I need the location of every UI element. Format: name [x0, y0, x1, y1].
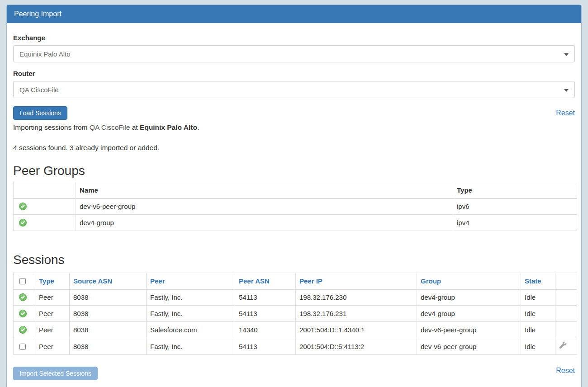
session-peer-asn: 54113 — [235, 338, 296, 355]
importing-status-line: Importing sessions from QA CiscoFile at … — [13, 123, 575, 132]
reset-link-top[interactable]: Reset — [556, 109, 575, 117]
session-source-asn: 8038 — [70, 306, 147, 322]
peer-group-name: dev4-group — [76, 215, 453, 231]
imported-check-icon — [19, 326, 27, 334]
session-peer: Fastly, Inc. — [147, 306, 235, 322]
session-peer-ip: 2001:504:D::5:4113:2 — [296, 338, 417, 355]
router-select-value: QA CiscoFile — [19, 86, 59, 94]
import-selected-button[interactable]: Import Selected Sessions — [13, 367, 98, 380]
peering-import-panel: Peering Import Exchange Equinix Palo Alt… — [6, 5, 582, 387]
sessions-peer-asn-header[interactable]: Peer ASN — [235, 273, 296, 289]
wrench-icon[interactable] — [559, 342, 567, 349]
import-actions-row: Import Selected Sessions Reset — [13, 367, 575, 380]
session-type: Peer — [35, 338, 70, 355]
imported-check-icon — [19, 310, 27, 317]
exchange-select[interactable]: Equinix Palo Alto — [13, 45, 575, 62]
table-row: Peer 8038 Fastly, Inc. 54113 198.32.176.… — [14, 306, 577, 322]
importing-prefix: Importing sessions from — [13, 123, 88, 131]
session-actions — [555, 289, 577, 306]
load-sessions-button[interactable]: Load Sessions — [13, 106, 67, 120]
sessions-peer-header[interactable]: Peer — [147, 273, 235, 289]
panel-title: Peering Import — [7, 5, 581, 23]
session-type: Peer — [35, 306, 70, 322]
sessions-table: Type Source ASN Peer Peer ASN Peer IP Gr… — [13, 273, 577, 355]
session-source-asn: 8038 — [70, 289, 147, 306]
sessions-type-header[interactable]: Type — [35, 273, 70, 289]
session-source-asn: 8038 — [70, 338, 147, 355]
sessions-state-header[interactable]: State — [521, 273, 555, 289]
session-actions — [555, 322, 577, 338]
imported-check-icon — [19, 203, 27, 210]
session-state: Idle — [521, 322, 555, 338]
table-row: dev4-group ipv4 — [14, 215, 577, 231]
session-state: Idle — [521, 289, 555, 306]
peer-group-type: ipv4 — [453, 215, 577, 231]
imported-check-icon — [19, 219, 27, 227]
chevron-down-icon — [564, 89, 569, 92]
session-group: dev4-group — [417, 289, 521, 306]
sessions-peer-ip-header[interactable]: Peer IP — [296, 273, 417, 289]
peer-groups-header-row: Name Type — [14, 182, 577, 198]
session-peer: Fastly, Inc. — [147, 289, 235, 306]
session-actions — [555, 338, 577, 355]
session-peer: Salesforce.com — [147, 322, 235, 338]
sessions-source-asn-header[interactable]: Source ASN — [70, 273, 147, 289]
session-type: Peer — [35, 322, 70, 338]
sessions-heading: Sessions — [13, 253, 575, 267]
peer-groups-heading: Peer Groups — [13, 164, 575, 178]
peer-groups-table: Name Type dev-v6-peer-group ipv6 dev4-gr… — [13, 182, 577, 231]
sessions-actions-header — [555, 273, 577, 289]
page: Peering Import Exchange Equinix Palo Alt… — [0, 0, 588, 387]
session-actions — [555, 306, 577, 322]
peer-groups-name-header: Name — [76, 182, 453, 198]
table-row: Peer 8038 Salesforce.com 14340 2001:504:… — [14, 322, 577, 338]
exchange-label: Exchange — [13, 34, 575, 42]
peer-group-name: dev-v6-peer-group — [76, 198, 453, 215]
session-group: dev-v6-peer-group — [417, 322, 521, 338]
session-peer-asn: 54113 — [235, 289, 296, 306]
router-select[interactable]: QA CiscoFile — [13, 81, 575, 98]
importing-period: . — [197, 123, 199, 131]
table-row: Peer 8038 Fastly, Inc. 54113 198.32.176.… — [14, 289, 577, 306]
session-peer-ip: 198.32.176.231 — [296, 306, 417, 322]
imported-check-icon — [19, 293, 27, 301]
session-peer: Fastly, Inc. — [147, 338, 235, 355]
session-group: dev4-group — [417, 306, 521, 322]
load-actions-row: Load Sessions Reset — [13, 106, 575, 120]
importing-router-name: QA CiscoFile — [90, 123, 130, 131]
peer-group-type: ipv6 — [453, 198, 577, 215]
session-peer-ip: 198.32.176.230 — [296, 289, 417, 306]
sessions-header-row: Type Source ASN Peer Peer ASN Peer IP Gr… — [14, 273, 577, 289]
session-group: dev-v6-peer-group — [417, 338, 521, 355]
session-select-checkbox[interactable] — [19, 344, 26, 350]
importing-at: at — [132, 123, 138, 131]
sessions-group-header[interactable]: Group — [417, 273, 521, 289]
session-peer-asn: 54113 — [235, 306, 296, 322]
sessions-summary: 4 sessions found. 3 already imported or … — [13, 144, 575, 152]
panel-body: Exchange Equinix Palo Alto Router QA Cis… — [7, 23, 581, 387]
session-peer-asn: 14340 — [235, 322, 296, 338]
importing-exchange-name: Equinix Palo Alto — [140, 123, 197, 131]
exchange-select-value: Equinix Palo Alto — [19, 50, 71, 58]
table-row: dev-v6-peer-group ipv6 — [14, 198, 577, 215]
peer-groups-type-header: Type — [453, 182, 577, 198]
session-state: Idle — [521, 306, 555, 322]
router-label: Router — [13, 70, 575, 77]
chevron-down-icon — [564, 53, 569, 56]
peer-groups-status-header — [14, 182, 76, 198]
select-all-checkbox[interactable] — [19, 278, 26, 284]
table-row: Peer 8038 Fastly, Inc. 54113 2001:504:D:… — [14, 338, 577, 355]
session-peer-ip: 2001:504:D::1:4340:1 — [296, 322, 417, 338]
session-source-asn: 8038 — [70, 322, 147, 338]
session-state: Idle — [521, 338, 555, 355]
reset-link-bottom[interactable]: Reset — [556, 367, 575, 375]
session-type: Peer — [35, 289, 70, 306]
